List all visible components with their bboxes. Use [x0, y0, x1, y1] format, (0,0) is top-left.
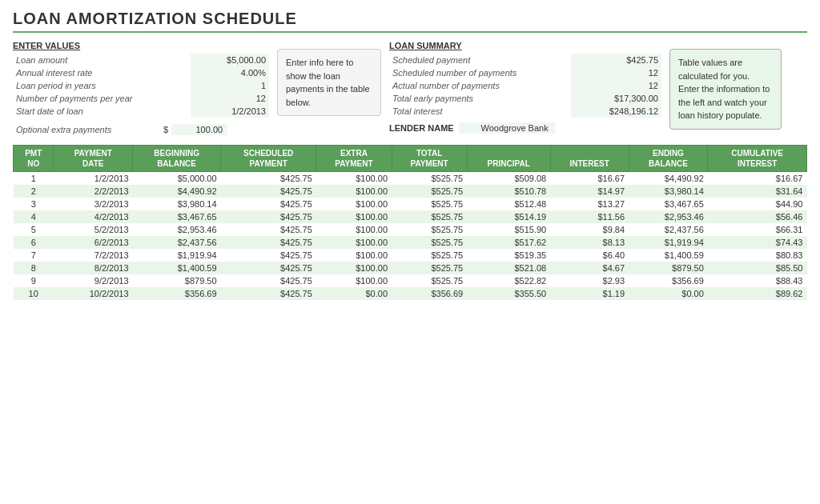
table-cell: 3: [14, 198, 54, 210]
table-cell: $509.08: [467, 172, 550, 186]
table-cell: $89.62: [708, 287, 807, 300]
extra-payments-row: Optional extra payments $ 100.00: [13, 122, 269, 137]
table-cell: $4,490.92: [133, 185, 221, 198]
table-cell: $525.75: [392, 210, 467, 223]
table-header-cell: PRINCIPAL: [467, 146, 550, 172]
table-cell: $525.75: [392, 223, 467, 236]
table-cell: $517.62: [467, 236, 550, 249]
table-cell: $8.13: [550, 236, 629, 249]
table-cell: 4/2/2013: [54, 210, 133, 223]
table-cell: $0.00: [629, 287, 708, 300]
ls-row: Scheduled number of payments12: [389, 66, 661, 79]
table-cell: $100.00: [316, 236, 392, 249]
table-cell: $100.00: [316, 274, 392, 287]
table-cell: 6: [14, 236, 54, 249]
table-cell: $100.00: [316, 172, 392, 186]
table-cell: $6.40: [550, 249, 629, 262]
table-cell: $356.69: [133, 287, 221, 300]
table-row: 44/2/2013$3,467.65$425.75$100.00$525.75$…: [14, 210, 807, 223]
table-cell: 7/2/2013: [54, 249, 133, 262]
table-cell: $425.75: [221, 236, 316, 249]
table-cell: $0.00: [316, 287, 392, 300]
table-cell: $514.19: [467, 210, 550, 223]
table-cell: $88.43: [708, 274, 807, 287]
table-cell: 10: [14, 287, 54, 300]
table-cell: $1,400.59: [629, 249, 708, 262]
table-cell: $1,919.94: [629, 236, 708, 249]
table-cell: 9: [14, 274, 54, 287]
table-row: 33/2/2013$3,980.14$425.75$100.00$525.75$…: [14, 198, 807, 210]
table-cell: $14.97: [550, 185, 629, 198]
ev-label: Annual interest rate: [13, 66, 191, 79]
ls-value: $248,196.12: [571, 105, 661, 118]
table-cell: $16.67: [708, 172, 807, 186]
table-cell: $425.75: [221, 172, 316, 186]
table-cell: $100.00: [316, 198, 392, 210]
table-cell: $2.93: [550, 274, 629, 287]
page-title: LOAN AMORTIZATION SCHEDULE: [13, 10, 807, 33]
table-cell: $1.19: [550, 287, 629, 300]
loan-summary-table: Scheduled payment$425.75Scheduled number…: [389, 54, 661, 118]
ls-label: Actual number of payments: [389, 79, 571, 92]
table-cell: $356.69: [392, 287, 467, 300]
table-cell: $425.75: [221, 274, 316, 287]
ls-value: $425.75: [571, 54, 661, 66]
table-header-cell: ENDINGBALANCE: [629, 146, 708, 172]
extra-payments-label: Optional extra payments: [16, 125, 160, 134]
ev-label: Number of payments per year: [13, 92, 191, 105]
table-cell: $100.00: [316, 262, 392, 274]
table-cell: $56.46: [708, 210, 807, 223]
table-cell: 2: [14, 185, 54, 198]
table-cell: 1: [14, 172, 54, 186]
table-row: 77/2/2013$1,919.94$425.75$100.00$525.75$…: [14, 249, 807, 262]
table-cell: $519.35: [467, 249, 550, 262]
table-cell: 4: [14, 210, 54, 223]
loan-summary-heading: LOAN SUMMARY: [389, 41, 661, 50]
ls-value: 12: [571, 66, 661, 79]
enter-values-heading: ENTER VALUES: [13, 41, 269, 50]
table-row: 99/2/2013$879.50$425.75$100.00$525.75$52…: [14, 274, 807, 287]
table-header-cell: TOTALPAYMENT: [392, 146, 467, 172]
table-cell: $13.27: [550, 198, 629, 210]
ls-label: Scheduled payment: [389, 54, 571, 66]
ls-label: Total early payments: [389, 92, 571, 105]
table-cell: $879.50: [629, 262, 708, 274]
ev-row: Loan amount$5,000.00: [13, 54, 269, 66]
table-header-cell: PMTNO: [14, 146, 54, 172]
table-cell: $2,437.56: [133, 236, 221, 249]
ev-label: Loan period in years: [13, 79, 191, 92]
ev-value: 12: [191, 92, 269, 105]
table-cell: 5: [14, 223, 54, 236]
ev-value: 1/2/2013: [191, 105, 269, 118]
lender-label: LENDER NAME: [389, 123, 454, 133]
table-row: 88/2/2013$1,400.59$425.75$100.00$525.75$…: [14, 262, 807, 274]
table-cell: $9.84: [550, 223, 629, 236]
table-cell: $100.00: [316, 249, 392, 262]
table-cell: 9/2/2013: [54, 274, 133, 287]
ls-row: Total early payments$17,300.00: [389, 92, 661, 105]
table-header-cell: INTEREST: [550, 146, 629, 172]
ls-label: Scheduled number of payments: [389, 66, 571, 79]
enter-values-table: Loan amount$5,000.00Annual interest rate…: [13, 54, 269, 118]
table-cell: $425.75: [221, 262, 316, 274]
table-header-cell: SCHEDULEDPAYMENT: [221, 146, 316, 172]
table-cell: $11.56: [550, 210, 629, 223]
ev-row: Number of payments per year12: [13, 92, 269, 105]
ls-value: 12: [571, 79, 661, 92]
table-cell: $4,490.92: [629, 172, 708, 186]
table-cell: $3,980.14: [629, 185, 708, 198]
ev-row: Annual interest rate4.00%: [13, 66, 269, 79]
table-cell: $521.08: [467, 262, 550, 274]
table-cell: $525.75: [392, 185, 467, 198]
table-cell: $2,437.56: [629, 223, 708, 236]
table-cell: $3,467.65: [629, 198, 708, 210]
extra-value: 100.00: [171, 124, 227, 135]
table-cell: $80.83: [708, 249, 807, 262]
table-cell: $1,919.94: [133, 249, 221, 262]
enter-values-panel: ENTER VALUES Loan amount$5,000.00Annual …: [13, 41, 269, 137]
table-cell: $100.00: [316, 223, 392, 236]
amortization-table: PMTNOPAYMENTDATEBEGINNINGBALANCESCHEDULE…: [13, 145, 807, 300]
table-cell: $2,953.46: [629, 210, 708, 223]
ev-label: Start date of loan: [13, 105, 191, 118]
lender-value: Woodgrove Bank: [459, 122, 555, 134]
